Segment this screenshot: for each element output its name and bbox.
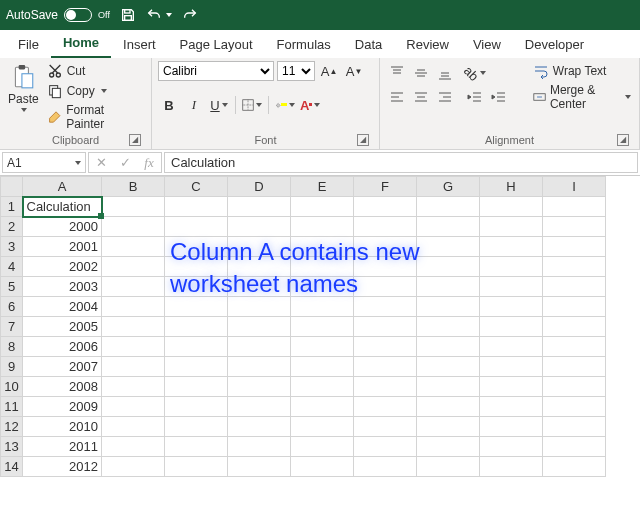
cell[interactable] — [165, 297, 228, 317]
cell[interactable] — [543, 197, 606, 217]
cell[interactable] — [102, 377, 165, 397]
align-center-button[interactable] — [410, 86, 432, 108]
cell[interactable]: 2004 — [23, 297, 102, 317]
dialog-launcher-icon[interactable]: ◢ — [357, 134, 369, 146]
cell[interactable] — [417, 297, 480, 317]
cell[interactable] — [354, 257, 417, 277]
name-box[interactable]: A1 — [2, 152, 86, 173]
cell[interactable] — [228, 457, 291, 477]
cell[interactable]: 2011 — [23, 437, 102, 457]
toggle-off-icon[interactable] — [64, 8, 92, 22]
cell[interactable] — [354, 417, 417, 437]
row-header[interactable]: 10 — [1, 377, 23, 397]
font-size-select[interactable]: 11 — [277, 61, 315, 81]
tab-data[interactable]: Data — [343, 31, 394, 58]
row-header[interactable]: 8 — [1, 337, 23, 357]
col-header[interactable]: H — [480, 177, 543, 197]
increase-indent-button[interactable] — [488, 86, 510, 108]
cell[interactable] — [543, 457, 606, 477]
cell[interactable] — [480, 197, 543, 217]
fill-color-button[interactable] — [274, 94, 296, 116]
save-button[interactable] — [120, 7, 136, 23]
cell[interactable] — [102, 457, 165, 477]
cell[interactable] — [102, 357, 165, 377]
col-header[interactable]: B — [102, 177, 165, 197]
decrease-indent-button[interactable] — [464, 86, 486, 108]
cell[interactable] — [165, 317, 228, 337]
cell[interactable] — [102, 337, 165, 357]
cell[interactable] — [291, 457, 354, 477]
cell[interactable] — [543, 397, 606, 417]
cancel-formula-button[interactable]: ✕ — [89, 153, 113, 172]
cell[interactable] — [354, 297, 417, 317]
cell[interactable]: 2010 — [23, 417, 102, 437]
cell[interactable] — [102, 417, 165, 437]
row-header[interactable]: 1 — [1, 197, 23, 217]
cell[interactable] — [417, 197, 480, 217]
cell[interactable] — [102, 277, 165, 297]
tab-home[interactable]: Home — [51, 29, 111, 58]
cell[interactable] — [228, 277, 291, 297]
tab-formulas[interactable]: Formulas — [265, 31, 343, 58]
cell[interactable] — [543, 417, 606, 437]
cell[interactable]: 2006 — [23, 337, 102, 357]
fx-icon[interactable]: fx — [137, 153, 161, 172]
col-header[interactable]: F — [354, 177, 417, 197]
col-header[interactable]: G — [417, 177, 480, 197]
cell[interactable] — [228, 317, 291, 337]
align-middle-button[interactable] — [410, 62, 432, 84]
cell[interactable] — [228, 257, 291, 277]
cell[interactable] — [291, 317, 354, 337]
dialog-launcher-icon[interactable]: ◢ — [617, 134, 629, 146]
row-header[interactable]: 13 — [1, 437, 23, 457]
cell[interactable] — [480, 457, 543, 477]
cell[interactable] — [165, 237, 228, 257]
cell[interactable] — [291, 357, 354, 377]
align-top-button[interactable] — [386, 62, 408, 84]
cell[interactable] — [417, 317, 480, 337]
cell[interactable] — [102, 237, 165, 257]
cell[interactable] — [291, 417, 354, 437]
cell[interactable] — [417, 357, 480, 377]
cell[interactable] — [228, 337, 291, 357]
cell[interactable] — [291, 397, 354, 417]
cell[interactable] — [165, 417, 228, 437]
cell[interactable] — [417, 397, 480, 417]
cell[interactable] — [480, 317, 543, 337]
row-header[interactable]: 5 — [1, 277, 23, 297]
tab-view[interactable]: View — [461, 31, 513, 58]
cell[interactable] — [354, 317, 417, 337]
cell[interactable] — [417, 277, 480, 297]
cell[interactable] — [543, 337, 606, 357]
row-header[interactable]: 9 — [1, 357, 23, 377]
cell[interactable] — [228, 437, 291, 457]
cell[interactable] — [165, 457, 228, 477]
cell[interactable] — [417, 377, 480, 397]
cell[interactable] — [102, 317, 165, 337]
cell[interactable] — [543, 377, 606, 397]
row-header[interactable]: 14 — [1, 457, 23, 477]
font-color-button[interactable]: A — [299, 94, 321, 116]
row-header[interactable]: 4 — [1, 257, 23, 277]
underline-button[interactable]: U — [208, 94, 230, 116]
row-header[interactable]: 2 — [1, 217, 23, 237]
cell[interactable] — [354, 237, 417, 257]
align-right-button[interactable] — [434, 86, 456, 108]
cell[interactable] — [480, 277, 543, 297]
cell[interactable] — [480, 397, 543, 417]
cell[interactable]: Calculation — [23, 197, 102, 217]
cell[interactable] — [480, 337, 543, 357]
cell[interactable] — [417, 217, 480, 237]
cell[interactable]: 2009 — [23, 397, 102, 417]
cell[interactable] — [354, 277, 417, 297]
cell[interactable] — [165, 397, 228, 417]
italic-button[interactable]: I — [183, 94, 205, 116]
cell[interactable] — [291, 277, 354, 297]
cell[interactable] — [165, 437, 228, 457]
formula-bar[interactable]: Calculation — [164, 152, 638, 173]
cell[interactable] — [102, 297, 165, 317]
borders-button[interactable] — [241, 94, 263, 116]
cell[interactable] — [543, 317, 606, 337]
align-left-button[interactable] — [386, 86, 408, 108]
cell[interactable]: 2008 — [23, 377, 102, 397]
